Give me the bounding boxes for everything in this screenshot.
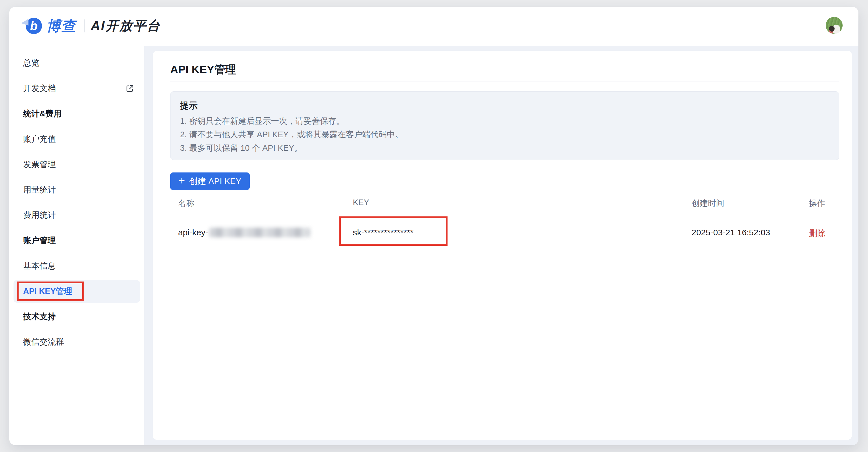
sidebar-item-cost-stats[interactable]: 费用统计 (9, 203, 144, 228)
sidebar-item-dev-docs[interactable]: 开发文档 (9, 76, 144, 101)
sidebar-item-label: API KEY管理 (23, 286, 72, 297)
sidebar-item-usage-stats[interactable]: 用量统计 (9, 177, 144, 203)
sidebar-item-label: 总览 (23, 58, 39, 69)
api-key-management-panel: API KEY管理 提示 1. 密钥只会在新建后显示一次，请妥善保存。 2. 请… (153, 51, 852, 440)
tips-line-3: 3. 最多可以保留 10 个 API KEY。 (180, 141, 829, 155)
sidebar-item-label: 微信交流群 (23, 336, 64, 348)
api-key-name-prefix: api-key- (178, 228, 208, 237)
table-header-key: KEY (353, 198, 369, 207)
sidebar-item-invoice-management[interactable]: 发票管理 (9, 152, 144, 177)
sidebar-item-account-recharge[interactable]: 账户充值 (9, 127, 144, 152)
create-api-key-button[interactable]: + 创建 API KEY (170, 172, 250, 190)
sidebar-section-label: 账户管理 (23, 235, 56, 246)
table-divider (170, 217, 839, 217)
table-header-action: 操作 (809, 198, 825, 209)
sidebar-item-label: 费用统计 (23, 209, 56, 221)
sidebar-item-label: 账户充值 (23, 134, 56, 145)
sidebar-section-label: 技术支持 (23, 311, 56, 322)
api-key-masked-value: sk-*************** (353, 228, 413, 237)
title-divider (170, 81, 839, 82)
app-window: b 博查 AI开放平台 总览 开发文档 统计&费用 (9, 7, 859, 445)
table-header-created: 创建时间 (691, 198, 724, 209)
external-link-icon (125, 84, 134, 93)
sidebar: 总览 开发文档 统计&费用 账户充值 发票管理 用量统计 费用统计 (9, 46, 144, 445)
sidebar-section-label: 统计&费用 (23, 108, 62, 120)
api-key-name-cell: api-key- (178, 228, 310, 237)
user-avatar[interactable] (826, 17, 843, 34)
create-api-key-label: 创建 API KEY (189, 175, 241, 187)
brand-logo[interactable]: b 博查 AI开放平台 (26, 7, 161, 45)
sidebar-item-overview[interactable]: 总览 (9, 51, 144, 76)
tips-line-2: 2. 请不要与他人共享 API KEY，或将其暴露在客户端代码中。 (180, 128, 829, 141)
sidebar-item-label: 基本信息 (23, 260, 56, 272)
sidebar-item-label: 开发文档 (23, 83, 56, 94)
page-title: API KEY管理 (170, 62, 236, 77)
platform-title: AI开放平台 (91, 17, 161, 35)
sidebar-item-basic-info[interactable]: 基本信息 (9, 253, 144, 279)
table-header-name: 名称 (178, 198, 194, 209)
tips-box: 提示 1. 密钥只会在新建后显示一次，请妥善保存。 2. 请不要与他人共享 AP… (170, 91, 839, 160)
sidebar-item-label: 发票管理 (23, 159, 56, 170)
tips-title: 提示 (180, 99, 829, 112)
bocha-logo-icon: b (26, 18, 42, 34)
redacted-name-blur (209, 228, 310, 237)
api-key-created-time: 2025-03-21 16:52:03 (691, 228, 770, 237)
top-header: b 博查 AI开放平台 (9, 7, 859, 45)
sidebar-item-wechat-group[interactable]: 微信交流群 (9, 329, 144, 355)
delete-api-key-button[interactable]: 删除 (809, 228, 826, 239)
sidebar-section-tech-support: 技术支持 (9, 304, 144, 329)
sidebar-item-api-key-management[interactable]: API KEY管理 (9, 279, 144, 304)
sidebar-item-label: 用量统计 (23, 184, 56, 196)
brand-name: 博查 (46, 17, 76, 35)
plus-icon: + (179, 175, 185, 186)
logo-divider (84, 20, 85, 32)
sidebar-section-stats-fees: 统计&费用 (9, 101, 144, 127)
tips-line-1: 1. 密钥只会在新建后显示一次，请妥善保存。 (180, 114, 829, 128)
sidebar-section-account-management: 账户管理 (9, 228, 144, 253)
